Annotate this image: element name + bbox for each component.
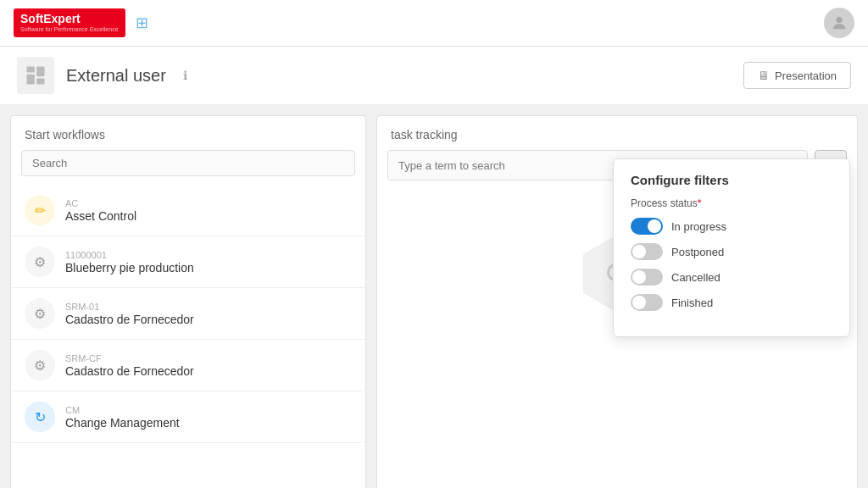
user-icon [17, 57, 54, 94]
user-title: External user [66, 66, 166, 86]
workflow-text: CM Change Management [65, 405, 180, 430]
filter-option: Postponed [631, 243, 832, 260]
workflow-text: 11000001 Blueberry pie production [65, 250, 194, 274]
workflow-item[interactable]: ⚙ SRM-CF Cadastro de Fornecedor [11, 340, 365, 391]
presentation-button[interactable]: 🖥 Presentation [743, 62, 851, 89]
workflow-item[interactable]: ⚙ SRM-01 Cadastro de Fornecedor [11, 288, 365, 340]
user-info: External user ℹ [17, 57, 187, 94]
workflows-title: Start workflows [11, 116, 365, 150]
workflow-item[interactable]: ↻ CM Change Management [11, 391, 365, 443]
filter-option-label: Finished [671, 297, 713, 309]
svg-rect-1 [27, 67, 35, 73]
filter-options: In progress Postponed Cancelled Finished [631, 218, 832, 311]
monitor-icon: 🖥 [758, 69, 770, 82]
filter-option: Finished [631, 294, 832, 311]
task-tracking-title: task tracking [391, 128, 458, 141]
required-marker: * [698, 197, 702, 209]
filter-toggle-postponed[interactable] [631, 243, 663, 260]
workflow-code: SRM-CF [65, 353, 194, 363]
right-panel: task tracking Configure filters Process [376, 115, 858, 488]
workflow-text: SRM-CF Cadastro de Fornecedor [65, 353, 194, 378]
grid-icon[interactable]: ⊞ [136, 14, 148, 32]
workflow-name: Change Management [65, 416, 180, 430]
workflow-icon: ✏ [25, 195, 55, 225]
header-left: SoftExpert Software for Performance Exce… [14, 8, 148, 36]
workflow-name: Asset Control [65, 209, 136, 223]
workflow-icon: ⚙ [25, 298, 55, 329]
presentation-label: Presentation [775, 69, 837, 82]
workflow-list: ✏ AC Asset Control ⚙ 11000001 Blueberry … [11, 185, 365, 443]
filter-option: In progress [631, 218, 832, 235]
workflow-item[interactable]: ✏ AC Asset Control [11, 185, 365, 236]
workflow-icon: ↻ [25, 402, 55, 432]
process-status-label: Process status* [631, 197, 832, 209]
workflow-name: Cadastro de Fornecedor [65, 313, 194, 326]
filter-toggle-finished[interactable] [631, 294, 663, 311]
workflow-name: Blueberry pie production [65, 261, 194, 274]
logo-text: SoftExpert [20, 12, 119, 26]
filter-toggle-cancelled[interactable] [631, 269, 663, 286]
svg-rect-3 [36, 67, 44, 77]
workflow-code: CM [65, 405, 180, 415]
svg-rect-2 [27, 75, 35, 85]
svg-point-0 [836, 17, 842, 23]
softexpert-logo: SoftExpert Software for Performance Exce… [14, 8, 125, 36]
user-bar: External user ℹ 🖥 Presentation [0, 47, 868, 105]
info-icon: ℹ [183, 69, 187, 82]
workflow-text: AC Asset Control [65, 198, 136, 223]
right-panel-header: task tracking [377, 116, 857, 150]
filter-option-label: In progress [671, 220, 726, 233]
workflow-icon: ⚙ [25, 350, 55, 380]
filter-option-label: Cancelled [671, 271, 721, 284]
filter-popup-title: Configure filters [631, 173, 832, 187]
left-panel: Start workflows ✏ AC Asset Control ⚙ 110… [10, 115, 366, 488]
workflow-item[interactable]: ⚙ 11000001 Blueberry pie production [11, 236, 365, 288]
main-content: Start workflows ✏ AC Asset Control ⚙ 110… [0, 105, 868, 488]
user-avatar[interactable] [824, 8, 854, 38]
workflow-code: 11000001 [65, 250, 194, 260]
filter-option-label: Postponed [671, 246, 724, 258]
filter-toggle-in-progress[interactable] [631, 218, 663, 235]
logo-sub: Software for Performance Excellence [20, 26, 119, 33]
workflow-search-input[interactable] [21, 150, 355, 176]
workflow-text: SRM-01 Cadastro de Fornecedor [65, 302, 194, 326]
workflow-name: Cadastro de Fornecedor [65, 364, 194, 378]
app-header: SoftExpert Software for Performance Exce… [0, 0, 868, 47]
workflow-code: AC [65, 198, 136, 208]
svg-rect-4 [36, 79, 44, 85]
filter-popup: Configure filters Process status* In pro… [613, 158, 850, 337]
workflow-code: SRM-01 [65, 302, 194, 312]
filter-option: Cancelled [631, 269, 832, 286]
workflow-icon: ⚙ [25, 247, 55, 277]
